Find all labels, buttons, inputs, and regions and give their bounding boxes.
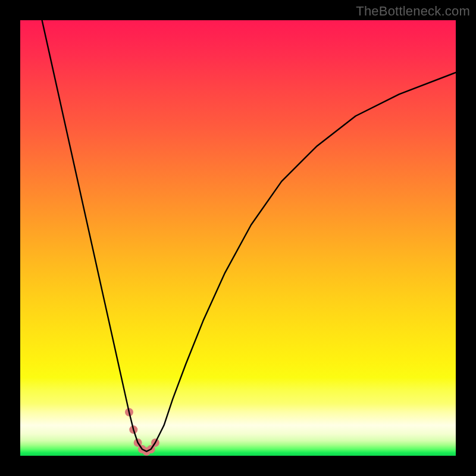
bottleneck-curve [42, 20, 456, 452]
curve-layer [20, 20, 456, 456]
watermark-text: TheBottleneck.com [356, 4, 470, 19]
chart-frame: TheBottleneck.com [0, 0, 476, 476]
plot-area [20, 20, 456, 456]
